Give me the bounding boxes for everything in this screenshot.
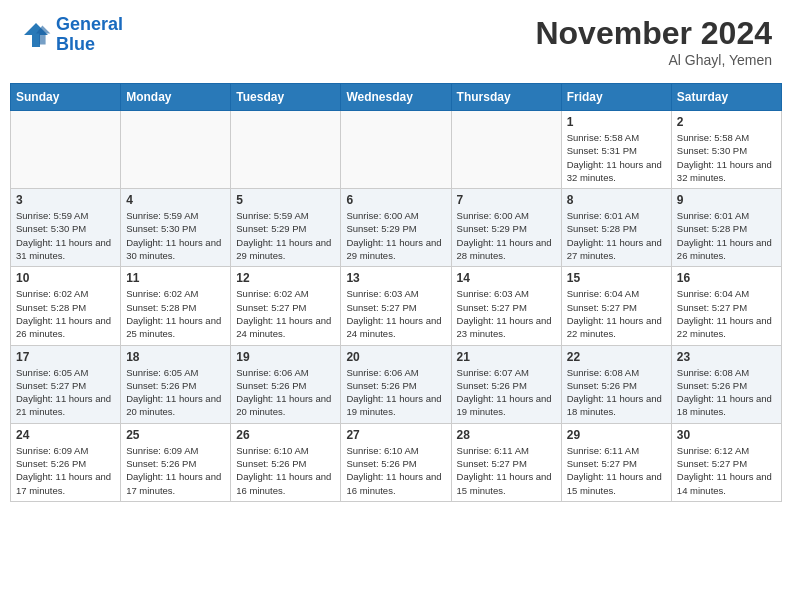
calendar-day-cell: 19Sunrise: 6:06 AM Sunset: 5:26 PM Dayli… <box>231 345 341 423</box>
day-info: Sunrise: 6:02 AM Sunset: 5:27 PM Dayligh… <box>236 287 335 340</box>
day-info: Sunrise: 5:58 AM Sunset: 5:30 PM Dayligh… <box>677 131 776 184</box>
day-number: 5 <box>236 193 335 207</box>
calendar-day-cell <box>451 111 561 189</box>
day-number: 29 <box>567 428 666 442</box>
calendar-day-cell: 29Sunrise: 6:11 AM Sunset: 5:27 PM Dayli… <box>561 423 671 501</box>
calendar-day-cell: 22Sunrise: 6:08 AM Sunset: 5:26 PM Dayli… <box>561 345 671 423</box>
logo: General Blue <box>20 15 123 55</box>
day-number: 18 <box>126 350 225 364</box>
day-number: 16 <box>677 271 776 285</box>
weekday-header-thursday: Thursday <box>451 84 561 111</box>
day-info: Sunrise: 6:07 AM Sunset: 5:26 PM Dayligh… <box>457 366 556 419</box>
calendar-day-cell: 10Sunrise: 6:02 AM Sunset: 5:28 PM Dayli… <box>11 267 121 345</box>
day-number: 3 <box>16 193 115 207</box>
day-info: Sunrise: 6:10 AM Sunset: 5:26 PM Dayligh… <box>236 444 335 497</box>
page-header: General Blue November 2024 Al Ghayl, Yem… <box>10 10 782 73</box>
logo-icon <box>20 19 52 51</box>
weekday-header-monday: Monday <box>121 84 231 111</box>
calendar-day-cell: 16Sunrise: 6:04 AM Sunset: 5:27 PM Dayli… <box>671 267 781 345</box>
day-number: 12 <box>236 271 335 285</box>
calendar-day-cell <box>341 111 451 189</box>
day-number: 7 <box>457 193 556 207</box>
calendar-day-cell: 2Sunrise: 5:58 AM Sunset: 5:30 PM Daylig… <box>671 111 781 189</box>
weekday-header-row: SundayMondayTuesdayWednesdayThursdayFrid… <box>11 84 782 111</box>
calendar-day-cell: 8Sunrise: 6:01 AM Sunset: 5:28 PM Daylig… <box>561 189 671 267</box>
title-block: November 2024 Al Ghayl, Yemen <box>535 15 772 68</box>
day-number: 14 <box>457 271 556 285</box>
calendar-day-cell: 6Sunrise: 6:00 AM Sunset: 5:29 PM Daylig… <box>341 189 451 267</box>
day-number: 30 <box>677 428 776 442</box>
calendar-day-cell <box>231 111 341 189</box>
calendar-week-row: 17Sunrise: 6:05 AM Sunset: 5:27 PM Dayli… <box>11 345 782 423</box>
month-title: November 2024 <box>535 15 772 52</box>
calendar-day-cell: 13Sunrise: 6:03 AM Sunset: 5:27 PM Dayli… <box>341 267 451 345</box>
calendar-day-cell <box>11 111 121 189</box>
day-info: Sunrise: 6:11 AM Sunset: 5:27 PM Dayligh… <box>567 444 666 497</box>
day-number: 10 <box>16 271 115 285</box>
calendar-day-cell: 7Sunrise: 6:00 AM Sunset: 5:29 PM Daylig… <box>451 189 561 267</box>
day-number: 1 <box>567 115 666 129</box>
weekday-header-saturday: Saturday <box>671 84 781 111</box>
day-info: Sunrise: 5:58 AM Sunset: 5:31 PM Dayligh… <box>567 131 666 184</box>
day-number: 28 <box>457 428 556 442</box>
day-number: 25 <box>126 428 225 442</box>
day-info: Sunrise: 6:09 AM Sunset: 5:26 PM Dayligh… <box>16 444 115 497</box>
calendar-day-cell: 26Sunrise: 6:10 AM Sunset: 5:26 PM Dayli… <box>231 423 341 501</box>
calendar-day-cell: 25Sunrise: 6:09 AM Sunset: 5:26 PM Dayli… <box>121 423 231 501</box>
day-number: 17 <box>16 350 115 364</box>
day-number: 13 <box>346 271 445 285</box>
day-info: Sunrise: 6:06 AM Sunset: 5:26 PM Dayligh… <box>346 366 445 419</box>
logo-text: General Blue <box>56 15 123 55</box>
weekday-header-tuesday: Tuesday <box>231 84 341 111</box>
day-info: Sunrise: 6:04 AM Sunset: 5:27 PM Dayligh… <box>677 287 776 340</box>
day-number: 2 <box>677 115 776 129</box>
day-info: Sunrise: 5:59 AM Sunset: 5:30 PM Dayligh… <box>16 209 115 262</box>
calendar-day-cell: 27Sunrise: 6:10 AM Sunset: 5:26 PM Dayli… <box>341 423 451 501</box>
calendar-day-cell: 15Sunrise: 6:04 AM Sunset: 5:27 PM Dayli… <box>561 267 671 345</box>
calendar-day-cell: 21Sunrise: 6:07 AM Sunset: 5:26 PM Dayli… <box>451 345 561 423</box>
day-info: Sunrise: 6:09 AM Sunset: 5:26 PM Dayligh… <box>126 444 225 497</box>
day-number: 4 <box>126 193 225 207</box>
location: Al Ghayl, Yemen <box>535 52 772 68</box>
day-number: 21 <box>457 350 556 364</box>
calendar-table: SundayMondayTuesdayWednesdayThursdayFrid… <box>10 83 782 502</box>
day-info: Sunrise: 6:05 AM Sunset: 5:26 PM Dayligh… <box>126 366 225 419</box>
day-number: 23 <box>677 350 776 364</box>
day-info: Sunrise: 6:03 AM Sunset: 5:27 PM Dayligh… <box>457 287 556 340</box>
day-info: Sunrise: 6:11 AM Sunset: 5:27 PM Dayligh… <box>457 444 556 497</box>
day-info: Sunrise: 6:01 AM Sunset: 5:28 PM Dayligh… <box>567 209 666 262</box>
calendar-day-cell: 14Sunrise: 6:03 AM Sunset: 5:27 PM Dayli… <box>451 267 561 345</box>
weekday-header-friday: Friday <box>561 84 671 111</box>
day-info: Sunrise: 6:02 AM Sunset: 5:28 PM Dayligh… <box>126 287 225 340</box>
day-info: Sunrise: 6:00 AM Sunset: 5:29 PM Dayligh… <box>457 209 556 262</box>
weekday-header-sunday: Sunday <box>11 84 121 111</box>
day-info: Sunrise: 6:00 AM Sunset: 5:29 PM Dayligh… <box>346 209 445 262</box>
day-info: Sunrise: 6:06 AM Sunset: 5:26 PM Dayligh… <box>236 366 335 419</box>
weekday-header-wednesday: Wednesday <box>341 84 451 111</box>
day-number: 9 <box>677 193 776 207</box>
calendar-day-cell: 11Sunrise: 6:02 AM Sunset: 5:28 PM Dayli… <box>121 267 231 345</box>
calendar-day-cell: 30Sunrise: 6:12 AM Sunset: 5:27 PM Dayli… <box>671 423 781 501</box>
day-info: Sunrise: 5:59 AM Sunset: 5:29 PM Dayligh… <box>236 209 335 262</box>
calendar-day-cell: 4Sunrise: 5:59 AM Sunset: 5:30 PM Daylig… <box>121 189 231 267</box>
calendar-day-cell: 5Sunrise: 5:59 AM Sunset: 5:29 PM Daylig… <box>231 189 341 267</box>
day-info: Sunrise: 6:03 AM Sunset: 5:27 PM Dayligh… <box>346 287 445 340</box>
day-number: 19 <box>236 350 335 364</box>
day-info: Sunrise: 6:10 AM Sunset: 5:26 PM Dayligh… <box>346 444 445 497</box>
day-info: Sunrise: 6:01 AM Sunset: 5:28 PM Dayligh… <box>677 209 776 262</box>
day-number: 20 <box>346 350 445 364</box>
calendar-day-cell: 12Sunrise: 6:02 AM Sunset: 5:27 PM Dayli… <box>231 267 341 345</box>
calendar-day-cell: 28Sunrise: 6:11 AM Sunset: 5:27 PM Dayli… <box>451 423 561 501</box>
calendar-day-cell: 23Sunrise: 6:08 AM Sunset: 5:26 PM Dayli… <box>671 345 781 423</box>
calendar-day-cell: 24Sunrise: 6:09 AM Sunset: 5:26 PM Dayli… <box>11 423 121 501</box>
calendar-day-cell: 17Sunrise: 6:05 AM Sunset: 5:27 PM Dayli… <box>11 345 121 423</box>
day-number: 26 <box>236 428 335 442</box>
day-info: Sunrise: 6:12 AM Sunset: 5:27 PM Dayligh… <box>677 444 776 497</box>
calendar-day-cell: 20Sunrise: 6:06 AM Sunset: 5:26 PM Dayli… <box>341 345 451 423</box>
day-info: Sunrise: 6:04 AM Sunset: 5:27 PM Dayligh… <box>567 287 666 340</box>
day-info: Sunrise: 6:08 AM Sunset: 5:26 PM Dayligh… <box>677 366 776 419</box>
day-number: 8 <box>567 193 666 207</box>
calendar-day-cell: 1Sunrise: 5:58 AM Sunset: 5:31 PM Daylig… <box>561 111 671 189</box>
calendar-week-row: 1Sunrise: 5:58 AM Sunset: 5:31 PM Daylig… <box>11 111 782 189</box>
day-number: 27 <box>346 428 445 442</box>
